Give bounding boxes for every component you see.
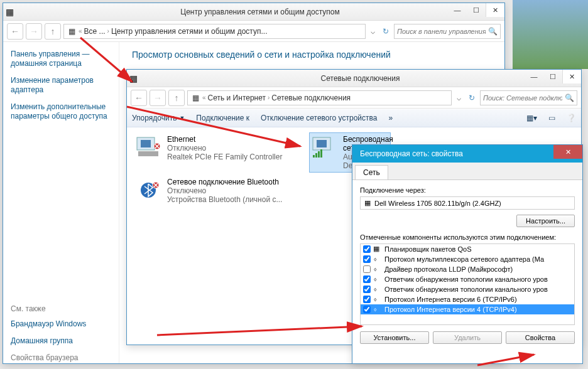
chevron-down-icon: ▼ xyxy=(179,115,185,121)
see-also-label: См. также xyxy=(11,304,111,313)
protocol-icon: ⬨ xyxy=(373,295,382,304)
component-item[interactable]: ⬨Протокол мультиплексора сетевого адапте… xyxy=(361,254,574,264)
advanced-sharing-link[interactable]: Изменить дополнительные параметры общего… xyxy=(11,102,111,121)
maximize-button[interactable]: ☐ xyxy=(467,3,486,17)
window-title: Центр управления сетями и общим доступом xyxy=(18,8,502,16)
app-icon: ▦ xyxy=(6,7,16,17)
component-checkbox[interactable] xyxy=(363,286,371,293)
connect-via-label: Подключение через: xyxy=(360,186,575,194)
search-input[interactable] xyxy=(397,28,486,35)
back-button[interactable]: ← xyxy=(131,90,147,106)
control-panel-home-link[interactable]: Панель управления — домашняя страница xyxy=(11,50,111,68)
component-item[interactable]: ⬨Ответчик обнаружения топологии канально… xyxy=(361,284,574,294)
components-list[interactable]: ▦Планировщик пакетов QoS ⬨Протокол мульт… xyxy=(360,243,575,325)
breadcrumb[interactable]: ▦ « Все ... › Центр управления сетями и … xyxy=(63,24,366,39)
adapter-ethernet[interactable]: Ethernet Отключено Realtek PCIe FE Famil… xyxy=(133,132,297,173)
address-toolbar: ← → ↑ ▦ « Сеть и Интернет › Сетевые подк… xyxy=(127,87,581,109)
titlebar: ▦ Центр управления сетями и общим доступ… xyxy=(3,3,504,21)
close-button[interactable]: ✕ xyxy=(562,70,581,83)
component-checkbox[interactable] xyxy=(363,255,371,263)
device-name: Dell Wireless 1705 802.11b/g/n (2.4GHZ) xyxy=(374,200,501,207)
browser-props-link[interactable]: Свойства браузера xyxy=(11,353,111,363)
breadcrumb-conns[interactable]: Сетевые подключения xyxy=(271,94,351,102)
ethernet-icon xyxy=(136,135,161,160)
component-checkbox[interactable] xyxy=(363,306,371,313)
network-icon: ▦ xyxy=(190,93,200,103)
adapter-desc: Устройства Bluetooth (личной с... xyxy=(167,195,282,204)
wifi-icon xyxy=(312,135,337,160)
properties-button[interactable]: Свойства xyxy=(506,331,575,344)
search-box[interactable]: 🔍 xyxy=(480,90,577,105)
svg-rect-6 xyxy=(313,155,315,158)
firewall-link[interactable]: Брандмауэр Windows xyxy=(11,319,111,329)
component-item[interactable]: ⬨Ответчик обнаружения топологии канально… xyxy=(361,274,574,284)
details-pane-icon[interactable]: ▭ xyxy=(548,114,555,122)
minimize-button[interactable]: — xyxy=(525,70,543,83)
configure-button[interactable]: Настроить... xyxy=(516,215,575,227)
component-item[interactable]: ▦Планировщик пакетов QoS xyxy=(361,244,574,254)
more-commands-button[interactable]: » xyxy=(388,114,393,122)
forward-button[interactable]: → xyxy=(150,90,166,106)
remove-button[interactable]: Удалить xyxy=(433,331,502,344)
view-icon[interactable]: ▦▾ xyxy=(526,114,537,122)
dialog-body: Подключение через: ▦ Dell Wireless 1705 … xyxy=(352,180,582,350)
connect-to-button[interactable]: Подключение к xyxy=(196,114,249,122)
component-checkbox[interactable] xyxy=(363,275,371,283)
close-button[interactable]: ✕ xyxy=(553,145,582,159)
breadcrumb-net[interactable]: Сеть и Интернет xyxy=(208,94,266,102)
component-checkbox[interactable] xyxy=(363,265,371,273)
search-box[interactable]: 🔍 xyxy=(394,24,501,39)
search-icon[interactable]: 🔍 xyxy=(565,94,574,102)
window-controls: — ☐ ✕ xyxy=(525,70,581,83)
homegroup-link[interactable]: Домашняя группа xyxy=(11,336,111,346)
refresh-button[interactable]: ↻ xyxy=(380,27,391,36)
up-button[interactable]: ↑ xyxy=(45,23,61,40)
svg-rect-1 xyxy=(141,140,151,147)
disable-device-button[interactable]: Отключение сетевого устройства xyxy=(261,114,377,122)
protocol-icon: ⬨ xyxy=(373,255,382,264)
app-icon: ▦ xyxy=(129,73,139,83)
device-field: ▦ Dell Wireless 1705 802.11b/g/n (2.4GHZ… xyxy=(360,196,575,210)
tab-bar: Сеть xyxy=(352,163,582,180)
dialog-wifi-properties: Беспроводная сеть: свойства ✕ Сеть Подкл… xyxy=(352,144,583,364)
address-toolbar: ← → ↑ ▦ « Все ... › Центр управления сет… xyxy=(3,21,504,42)
help-icon[interactable]: ❔ xyxy=(567,114,576,122)
control-panel-icon: ▦ xyxy=(67,26,77,36)
component-item[interactable]: ⬨Драйвер протокола LLDP (Майкрософт) xyxy=(361,264,574,274)
refresh-button[interactable]: ↻ xyxy=(466,94,477,102)
back-button[interactable]: ← xyxy=(7,23,23,40)
component-checkbox[interactable] xyxy=(363,245,371,253)
breadcrumb-current[interactable]: Центр управления сетями и общим доступ..… xyxy=(111,27,268,36)
breadcrumb-dropdown-icon[interactable]: ⌵ xyxy=(368,27,378,36)
breadcrumb-dropdown-icon[interactable]: ⌵ xyxy=(454,94,464,102)
adapter-bluetooth[interactable]: Сетевое подключение Bluetooth Отключено … xyxy=(133,175,309,206)
organize-menu[interactable]: Упорядочить ▼ xyxy=(132,114,185,122)
search-input[interactable] xyxy=(483,94,562,102)
svg-rect-5 xyxy=(317,140,327,147)
search-icon[interactable]: 🔍 xyxy=(488,27,498,36)
protocol-icon: ⬨ xyxy=(373,305,382,314)
protocol-icon: ▦ xyxy=(373,245,382,254)
adapter-desc: Realtek PCIe FE Family Controller xyxy=(167,152,282,161)
breadcrumb-all[interactable]: Все ... xyxy=(84,27,106,36)
window-controls: — ☐ ✕ xyxy=(448,3,504,17)
up-button[interactable]: ↑ xyxy=(168,90,185,106)
install-button[interactable]: Установить... xyxy=(360,331,429,344)
components-label: Отмеченные компоненты используются этим … xyxy=(360,233,575,241)
minimize-button[interactable]: — xyxy=(448,3,467,17)
component-item[interactable]: ⬨Протокол Интернета версии 6 (TCP/IPv6) xyxy=(361,294,574,304)
component-item-selected[interactable]: ⬨Протокол Интернета версии 4 (TCP/IPv4) xyxy=(361,304,574,314)
maximize-button[interactable]: ☐ xyxy=(543,70,562,83)
svg-rect-8 xyxy=(318,151,320,158)
breadcrumb[interactable]: ▦ « Сеть и Интернет › Сетевые подключени… xyxy=(187,90,452,105)
svg-rect-2 xyxy=(138,151,158,156)
close-button[interactable]: ✕ xyxy=(486,3,504,17)
sidebar: Панель управления — домашняя страница Из… xyxy=(3,42,119,363)
protocol-icon: ⬨ xyxy=(373,265,382,274)
component-checkbox[interactable] xyxy=(363,296,371,303)
change-adapter-settings-link[interactable]: Изменение параметров адаптера xyxy=(11,76,111,95)
forward-button[interactable]: → xyxy=(26,23,42,40)
adapter-status: Отключено xyxy=(167,186,282,195)
tab-network[interactable]: Сеть xyxy=(355,165,388,179)
titlebar: Беспроводная сеть: свойства ✕ xyxy=(352,145,582,163)
